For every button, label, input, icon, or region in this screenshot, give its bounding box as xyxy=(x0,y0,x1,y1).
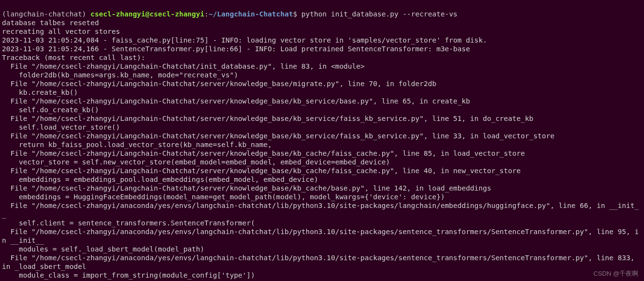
traceback-file: File "/home/csecl-zhangyi/anaconda/yes/e… xyxy=(2,228,639,244)
watermark: CSDN @千夜啊 xyxy=(593,269,638,278)
traceback-code: modules = self._load_sbert_model(model_p… xyxy=(2,245,204,253)
command-text: python init_database.py --recreate-vs xyxy=(301,10,458,18)
traceback-code: embeddings = embeddings_pool.load_embedd… xyxy=(2,176,318,183)
traceback-file: File "/home/csecl-zhangyi/Langchain-Chat… xyxy=(2,184,491,192)
traceback-file: File "/home/csecl-zhangyi/Langchain-Chat… xyxy=(2,62,365,70)
traceback-header: Traceback (most recent call last): xyxy=(2,54,145,61)
traceback-code: vector_store = self.new_vector_store(emb… xyxy=(2,158,390,166)
prompt-path: ~/Langchain-Chatchat xyxy=(209,10,293,18)
traceback-code: module_class = import_from_string(module… xyxy=(2,271,255,279)
traceback-code: embeddings = HuggingFaceEmbeddings(model… xyxy=(2,193,445,201)
traceback-code: self.do_create_kb() xyxy=(2,106,99,114)
output-line: recreating all vector stores xyxy=(2,28,120,35)
output-line: database talbes reseted xyxy=(2,19,99,27)
traceback-code: folder2db(kb_names=args.kb_name, mode="r… xyxy=(2,71,238,79)
prompt-dollar: $ xyxy=(293,10,301,18)
traceback-file: File "/home/csecl-zhangyi/anaconda/yes/e… xyxy=(2,254,639,270)
traceback-code: return kb_faiss_pool.load_vector_store(k… xyxy=(2,141,272,148)
traceback-file: File "/home/csecl-zhangyi/Langchain-Chat… xyxy=(2,149,525,157)
traceback-code: self.client = sentence_transformers.Sent… xyxy=(2,219,255,227)
traceback-file: File "/home/csecl-zhangyi/Langchain-Chat… xyxy=(2,167,521,175)
traceback-file: File "/home/csecl-zhangyi/anaconda/yes/e… xyxy=(2,202,639,218)
prompt-env: (langchain-chatchat) xyxy=(2,10,90,18)
prompt-sep1: : xyxy=(204,10,209,18)
traceback-file: File "/home/csecl-zhangyi/Langchain-Chat… xyxy=(2,97,470,105)
traceback-file: File "/home/csecl-zhangyi/Langchain-Chat… xyxy=(2,115,533,122)
traceback-file: File "/home/csecl-zhangyi/Langchain-Chat… xyxy=(2,132,555,140)
prompt-user-host: csecl-zhangyi@csecl-zhangyi xyxy=(90,10,204,18)
output-line: 2023-11-03 21:05:24,084 - faiss_cache.py… xyxy=(2,36,487,44)
traceback-code: kb.create_kb() xyxy=(2,89,78,96)
terminal[interactable]: (langchain-chatchat) csecl-zhangyi@csecl… xyxy=(0,0,644,281)
traceback-file: File "/home/csecl-zhangyi/Langchain-Chat… xyxy=(2,80,436,88)
output-line: 2023-11-03 21:05:24,166 - SentenceTransf… xyxy=(2,45,470,53)
traceback-code: self.load_vector_store() xyxy=(2,123,120,131)
